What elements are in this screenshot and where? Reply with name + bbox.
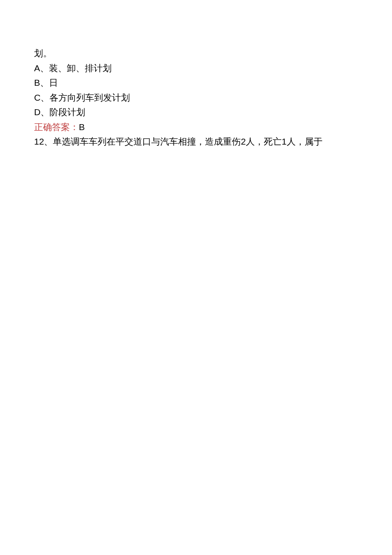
q12-number: 12 [34, 137, 44, 146]
question-12: 12、单选调车车列在平交道口与汽车相撞，造成重伤2人，死亡1人，属于 [34, 135, 358, 149]
q12-num-2: 2 [241, 137, 246, 146]
option-b-text: 、日 [40, 78, 58, 88]
option-c-text: 、各方向列车到发计划 [40, 93, 130, 103]
option-d: D、阶段计划 [34, 105, 358, 119]
option-b-letter: B [34, 78, 40, 87]
q12-text-1: 、单选调车车列在平交道口与汽车相撞，造成重伤 [44, 137, 241, 147]
answer-value: B [79, 122, 85, 132]
option-a-letter: A [34, 63, 40, 73]
option-a-text: 、装、卸、排计划 [40, 63, 112, 73]
option-b: B、日 [34, 76, 358, 90]
answer-label: 正确答案： [34, 122, 79, 132]
answer-line: 正确答案：B [34, 120, 358, 134]
option-a: A、装、卸、排计划 [34, 61, 358, 76]
option-d-letter: D [34, 107, 40, 117]
q12-text-2: 人，死亡 [246, 137, 282, 147]
text-fragment: 划。 [34, 48, 52, 58]
q12-num-1: 1 [282, 137, 287, 146]
q12-text-3: 人，属于 [287, 137, 323, 147]
option-d-text: 、阶段计划 [40, 107, 85, 117]
option-c: C、各方向列车到发计划 [34, 91, 358, 105]
fragment-line: 划。 [34, 47, 358, 61]
option-c-letter: C [34, 93, 40, 102]
